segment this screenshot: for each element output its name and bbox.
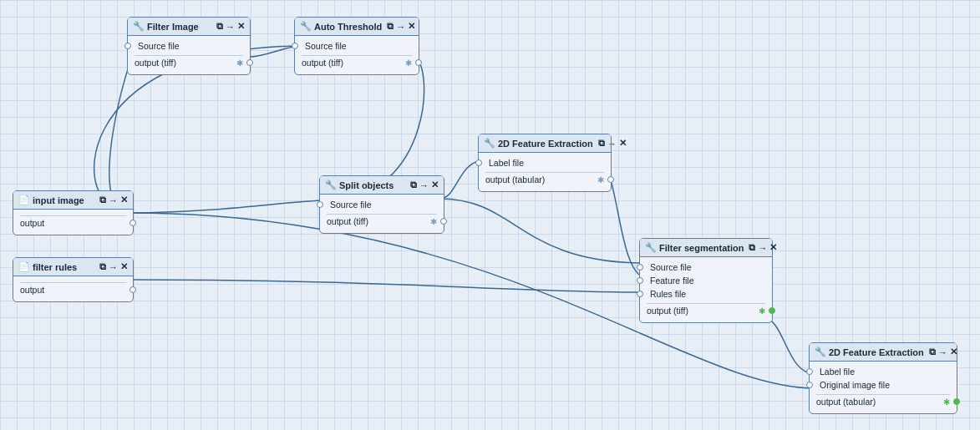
output-dot-right-5[interactable] (440, 218, 447, 225)
arrow-icon-2[interactable]: → (396, 22, 405, 32)
filter-seg-feature-port: Feature file (647, 274, 765, 287)
split-objects-header: 🔧 Split objects ⧉ → ✕ (320, 176, 444, 195)
feature-extraction-1-title: 2D Feature Extraction (498, 139, 593, 149)
file-icon: 📄 (18, 195, 30, 205)
input-image-title: input image (33, 195, 84, 205)
close-icon-6[interactable]: ✕ (619, 138, 627, 149)
close-icon[interactable]: ✕ (237, 21, 245, 32)
close-icon-4[interactable]: ✕ (120, 261, 128, 272)
filter-seg-output-row: output (tiff) ✱ (647, 303, 765, 317)
feature-1-label-port: Label file (485, 156, 604, 169)
label-input-dot-1[interactable] (475, 159, 482, 166)
arrow-icon-3[interactable]: → (109, 195, 118, 205)
source-input-dot[interactable] (124, 43, 131, 49)
arrow-icon-6[interactable]: → (607, 139, 617, 149)
filter-rules-title: filter rules (33, 262, 77, 272)
source-input-dot-7[interactable] (637, 264, 643, 271)
feature-1-output-row: output (tabular) ✱ (485, 172, 604, 186)
feature-extraction-2-node: 🔧 2D Feature Extraction ⧉ → ✕ Label file… (809, 342, 957, 414)
copy-icon-5[interactable]: ⧉ (410, 180, 417, 190)
wrench-icon-4: 🔧 (484, 138, 495, 149)
output-dot-right-8[interactable] (953, 398, 960, 405)
filter-rules-output-row: output (20, 282, 126, 296)
close-icon-7[interactable]: ✕ (769, 242, 777, 253)
split-objects-node: 🔧 Split objects ⧉ → ✕ Source file output… (319, 175, 444, 234)
copy-icon[interactable]: ⧉ (216, 21, 223, 32)
close-icon-8[interactable]: ✕ (950, 347, 957, 357)
input-image-node: 📄 input image ⧉ → ✕ output (13, 190, 134, 235)
auto-threshold-title: Auto Threshold (314, 22, 382, 32)
arrow-icon-8[interactable]: → (938, 347, 947, 357)
star-icon: ✱ (236, 58, 243, 68)
feature-2-output-row: output (tabular) ✱ (816, 394, 950, 408)
filter-rules-header: 📄 filter rules ⧉ → ✕ (13, 258, 133, 276)
feature-extraction-2-header: 🔧 2D Feature Extraction ⧉ → ✕ (810, 343, 957, 362)
arrow-icon-7[interactable]: → (758, 243, 767, 253)
rules-input-dot-7[interactable] (637, 291, 643, 297)
feature-extraction-1-header: 🔧 2D Feature Extraction ⧉ → ✕ (479, 134, 611, 153)
filter-image-header: 🔧 Filter Image ⧉ → ✕ (128, 18, 250, 36)
wrench-icon-5: 🔧 (645, 242, 657, 253)
feature-input-dot-7[interactable] (637, 277, 643, 284)
wrench-icon: 🔧 (133, 21, 145, 32)
arrow-icon[interactable]: → (226, 22, 235, 32)
arrow-icon-5[interactable]: → (419, 180, 429, 190)
split-objects-title: Split objects (339, 180, 394, 190)
feature-2-label-port: Label file (816, 365, 950, 378)
copy-icon-8[interactable]: ⧉ (929, 347, 936, 357)
copy-icon-3[interactable]: ⧉ (99, 195, 106, 205)
output-dot-right[interactable] (246, 59, 253, 66)
output-dot-right-2[interactable] (415, 59, 422, 66)
auto-threshold-source-port: Source file (302, 39, 412, 53)
output-dot-right-7[interactable] (769, 307, 775, 314)
filter-seg-rules-port: Rules file (647, 287, 765, 301)
input-image-header: 📄 input image ⧉ → ✕ (13, 191, 133, 210)
copy-icon-6[interactable]: ⧉ (598, 138, 605, 149)
output-dot-right-3[interactable] (129, 220, 136, 226)
copy-icon-7[interactable]: ⧉ (749, 242, 755, 253)
star-icon-6: ✱ (597, 175, 604, 185)
star-icon-5: ✱ (430, 217, 437, 226)
auto-threshold-node: 🔧 Auto Threshold ⧉ → ✕ Source file outpu… (294, 17, 419, 75)
filter-image-source-port: Source file (135, 39, 243, 53)
feature-extraction-1-node: 🔧 2D Feature Extraction ⧉ → ✕ Label file… (478, 134, 612, 192)
split-objects-output-row: output (tiff) ✱ (327, 214, 437, 228)
filter-segmentation-header: 🔧 Filter segmentation ⧉ → ✕ (640, 239, 772, 257)
close-icon-3[interactable]: ✕ (120, 195, 128, 205)
output-dot-right-6[interactable] (607, 176, 614, 183)
copy-icon-2[interactable]: ⧉ (387, 21, 394, 32)
filter-segmentation-node: 🔧 Filter segmentation ⧉ → ✕ Source file … (639, 238, 773, 323)
source-input-dot-5[interactable] (317, 201, 323, 208)
split-objects-source-port: Source file (327, 198, 437, 211)
arrow-icon-4[interactable]: → (109, 262, 118, 272)
file-icon-2: 📄 (18, 261, 30, 272)
filter-rules-node: 📄 filter rules ⧉ → ✕ output (13, 257, 134, 302)
source-input-dot-2[interactable] (292, 43, 298, 49)
close-icon-2[interactable]: ✕ (408, 21, 415, 32)
auto-threshold-header: 🔧 Auto Threshold ⧉ → ✕ (295, 18, 419, 36)
star-icon-2: ✱ (405, 58, 412, 68)
close-icon-5[interactable]: ✕ (431, 180, 439, 190)
filter-seg-source-port: Source file (647, 261, 765, 274)
filter-image-output-row: output (tiff) ✱ (135, 55, 243, 69)
wrench-icon-3: 🔧 (325, 180, 337, 190)
label-input-dot-2[interactable] (806, 368, 813, 375)
feature-extraction-2-title: 2D Feature Extraction (829, 347, 924, 357)
copy-icon-4[interactable]: ⧉ (99, 261, 106, 272)
wrench-icon-2: 🔧 (300, 21, 312, 32)
filter-image-title: Filter Image (147, 22, 199, 32)
star-icon-green-2: ✱ (943, 397, 950, 407)
feature-2-original-port: Original image file (816, 378, 950, 392)
wrench-icon-6: 🔧 (815, 347, 826, 357)
original-input-dot-2[interactable] (806, 382, 813, 388)
input-image-output-row: output (20, 215, 126, 230)
auto-threshold-output-row: output (tiff) ✱ (302, 55, 412, 69)
output-dot-right-4[interactable] (129, 286, 136, 293)
filter-image-node: 🔧 Filter Image ⧉ → ✕ Source file output … (127, 17, 251, 75)
star-icon-green: ✱ (759, 306, 765, 316)
filter-segmentation-title: Filter segmentation (659, 243, 744, 253)
